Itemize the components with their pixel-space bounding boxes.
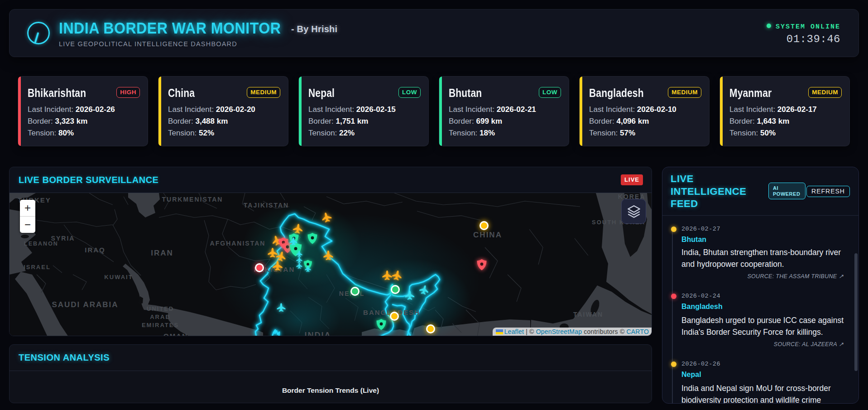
svg-text:TURKMENISTAN: TURKMENISTAN xyxy=(162,196,223,203)
svg-text:KUWAIT: KUWAIT xyxy=(104,274,133,280)
svg-text:IRAQ: IRAQ xyxy=(85,246,106,254)
svg-text:TAJIKISTAN: TAJIKISTAN xyxy=(244,202,289,209)
svg-text:EMIRATES: EMIRATES xyxy=(142,322,179,328)
svg-text:SAUDI ARABIA: SAUDI ARABIA xyxy=(52,300,118,309)
svg-text:AFGHANISTAN: AFGHANISTAN xyxy=(210,240,266,247)
svg-text:IRAN: IRAN xyxy=(151,249,173,257)
svg-text:CHINA: CHINA xyxy=(473,231,502,239)
svg-text:ARAB: ARAB xyxy=(150,314,171,320)
svg-text:OMAN: OMAN xyxy=(163,332,188,336)
svg-text:ISRAEL: ISRAEL xyxy=(24,264,51,270)
svg-text:TAIWAN: TAIWAN xyxy=(573,311,603,318)
svg-text:UNITED: UNITED xyxy=(147,305,174,312)
svg-text:INDIA: INDIA xyxy=(305,331,331,336)
svg-text:LEBANON: LEBANON xyxy=(24,241,58,247)
